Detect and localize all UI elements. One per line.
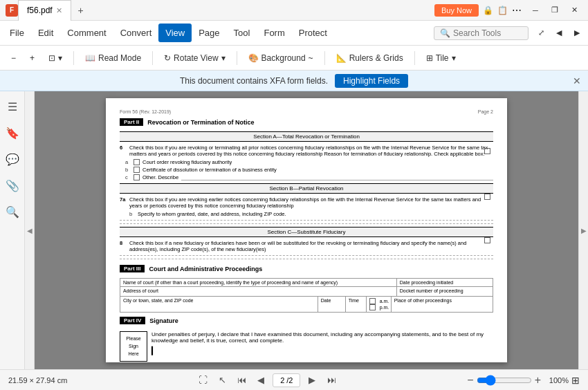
- check-b-label: b: [125, 167, 134, 173]
- pdf-page: Form 56 (Rev. 12-2019) Page 2 Part II Re…: [106, 98, 507, 362]
- menu-file[interactable]: File: [3, 24, 31, 42]
- proceedings-table: Name of court (if other than a court pro…: [120, 278, 493, 313]
- sidebar-icon-menu[interactable]: ☰: [3, 97, 22, 116]
- zoom-out-icon: −: [11, 53, 16, 63]
- buy-now-button[interactable]: Buy Now: [434, 4, 479, 17]
- menu-form[interactable]: Form: [257, 24, 291, 42]
- part3-title: Court and Administrative Proceedings: [149, 266, 262, 272]
- signature-section: Please Sign Here Under penalties of perj…: [120, 331, 493, 362]
- nav-next-button[interactable]: ▶: [304, 373, 320, 388]
- zoom-in-button[interactable]: +: [24, 50, 40, 66]
- sidebar-icon-comment[interactable]: 💬: [3, 149, 22, 169]
- clipboard-icon: 📋: [497, 6, 508, 15]
- nav-last-button[interactable]: ⏭: [324, 373, 339, 388]
- pm-checkbox[interactable]: [369, 304, 376, 310]
- menu-edit[interactable]: Edit: [31, 24, 60, 42]
- sign-label: Sign: [129, 344, 138, 349]
- title-bar-left: F: [6, 4, 18, 17]
- menu-view[interactable]: View: [158, 24, 192, 42]
- table-cell-address: Address of court: [120, 287, 397, 296]
- collapse-left-handle[interactable]: ◀: [25, 91, 35, 369]
- read-mode-icon: 📖: [85, 53, 95, 63]
- check-b-text: Certificate of dissolution or terminatio…: [143, 167, 277, 173]
- collapse-right-handle[interactable]: ▶: [578, 91, 588, 369]
- nav-prev-button[interactable]: ◀: [253, 373, 268, 388]
- row-7a: 7a Check this box if you are revoking ea…: [120, 196, 493, 209]
- new-tab-button[interactable]: +: [71, 0, 91, 21]
- menu-convert[interactable]: Convert: [113, 24, 159, 42]
- expand-icon[interactable]: ⤢: [533, 26, 549, 40]
- tile-button[interactable]: ⊞ Tile ▾: [421, 50, 461, 66]
- adjust-pages-arrow: ▾: [58, 53, 62, 63]
- adjust-pages-button[interactable]: ⊡ ▾: [43, 50, 68, 66]
- title-bar: F f56.pdf ✕ + Buy Now 🔒 📋 ⋯ ─ ❐ ✕: [0, 0, 588, 21]
- row-8-text: Check this box if a new fiduciary or fid…: [129, 240, 466, 252]
- table-cell-city: City or town, state, and ZIP code: [120, 297, 318, 312]
- tile-label: Tile: [436, 53, 449, 63]
- search-tools-bar[interactable]: 🔍: [434, 26, 529, 40]
- row-7a-checkbox[interactable]: [484, 194, 490, 200]
- please-sign-box: Please Sign Here: [120, 331, 147, 362]
- row-6-checkbox[interactable]: [484, 148, 490, 154]
- fit-icon[interactable]: ⊞: [571, 375, 580, 386]
- tab-close-icon[interactable]: ✕: [56, 6, 62, 15]
- minimize-button[interactable]: ─: [527, 3, 544, 17]
- am-checkbox[interactable]: [369, 298, 376, 304]
- restore-button[interactable]: ❐: [546, 3, 563, 17]
- background-label: Background: [261, 53, 306, 63]
- signature-text-area: Under penalties of perjury, I declare th…: [151, 331, 493, 355]
- background-button[interactable]: 🎨 Background ~: [243, 50, 319, 66]
- read-mode-label: Read Mode: [98, 53, 141, 63]
- highlight-fields-button[interactable]: Highlight Fields: [335, 74, 408, 88]
- menu-comment[interactable]: Comment: [60, 24, 113, 42]
- background-tilde: ~: [309, 53, 313, 63]
- check-b-box[interactable]: [134, 167, 140, 173]
- notification-close-button[interactable]: ✕: [573, 75, 581, 86]
- check-c-box[interactable]: [134, 174, 140, 180]
- am-label: a.m.: [380, 299, 389, 304]
- buy-now-area: Buy Now 🔒 📋 ⋯: [434, 4, 522, 17]
- forward-icon[interactable]: ▶: [569, 26, 585, 40]
- table-cell-date: Date proceeding initiated: [397, 279, 493, 286]
- dashed-line-3: [120, 255, 493, 256]
- zoom-in-status-button[interactable]: +: [535, 374, 541, 387]
- page-input[interactable]: [273, 373, 300, 387]
- row-6-text: Check this box if you are revoking or te…: [129, 145, 488, 157]
- sidebar-icon-search[interactable]: 🔍: [3, 202, 22, 221]
- file-tab[interactable]: f56.pdf ✕: [18, 0, 71, 21]
- rulers-label: Rulers & Grids: [349, 53, 403, 63]
- menu-protect[interactable]: Protect: [292, 24, 334, 42]
- check-a-box[interactable]: [134, 159, 140, 165]
- rulers-grids-button[interactable]: 📐 Rulers & Grids: [331, 50, 409, 66]
- rotate-view-button[interactable]: ↻ Rotate View ▾: [158, 50, 230, 66]
- main-layout: ☰ 🔖 💬 📎 🔍 ◀ Form 56 (Rev. 12-2019) Page …: [0, 91, 588, 369]
- nav-first-button[interactable]: ⏮: [234, 373, 249, 388]
- pm-label: p.m.: [380, 305, 389, 310]
- nav-pointer-button[interactable]: ⛶: [195, 373, 210, 388]
- toolbar-separator-5: [414, 51, 415, 65]
- row-7b-text: Specify to whom granted, date, and addre…: [138, 211, 286, 217]
- notification-message: This document contains XFA form fields.: [180, 76, 328, 86]
- tile-arrow: ▾: [452, 53, 456, 63]
- menu-page[interactable]: Page: [192, 24, 226, 42]
- table-cell-date2: Date: [318, 297, 346, 312]
- search-tools-input[interactable]: [453, 28, 522, 38]
- rotate-view-arrow: ▾: [221, 53, 226, 63]
- rulers-icon: 📐: [336, 53, 347, 63]
- close-button[interactable]: ✕: [566, 3, 582, 17]
- sidebar-icon-attachment[interactable]: 📎: [3, 176, 22, 195]
- backward-icon[interactable]: ◀: [551, 26, 567, 40]
- nav-cursor-button[interactable]: ↖: [214, 373, 230, 388]
- read-mode-button[interactable]: 📖 Read Mode: [80, 50, 147, 66]
- row-8-checkbox[interactable]: [484, 237, 490, 243]
- part4-badge: Part IV: [120, 317, 145, 324]
- part2-header: Part II Revocation or Termination of Not…: [120, 118, 255, 126]
- menu-tool[interactable]: Tool: [227, 24, 257, 42]
- zoom-out-button[interactable]: −: [6, 50, 21, 66]
- sidebar-icon-bookmark[interactable]: 🔖: [3, 123, 22, 142]
- table-cell-docket: Docket number of proceeding: [397, 287, 493, 296]
- zoom-out-status-button[interactable]: −: [467, 374, 473, 387]
- zoom-slider[interactable]: [477, 375, 532, 386]
- table-row-2: Address of court Docket number of procee…: [120, 287, 493, 297]
- rotate-view-label: Rotate View: [174, 53, 218, 63]
